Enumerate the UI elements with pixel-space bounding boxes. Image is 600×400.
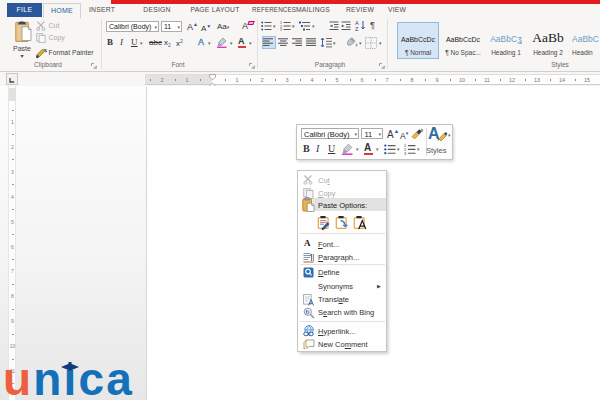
svg-text:3: 3 <box>404 151 407 155</box>
svg-text:3: 3 <box>280 28 282 31</box>
svg-text:Z: Z <box>355 26 359 31</box>
